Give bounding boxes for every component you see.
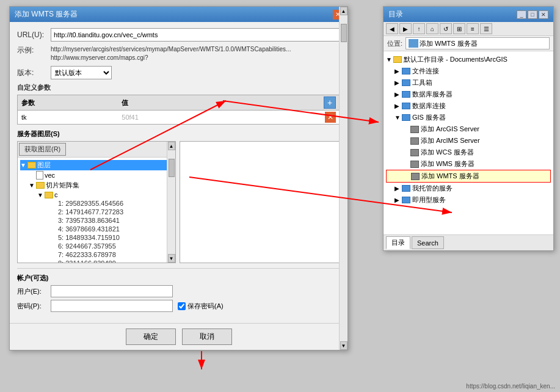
right-panel-scrollbar[interactable]: ▲ ▼ bbox=[339, 141, 340, 263]
url-input[interactable] bbox=[51, 28, 340, 42]
pwd-label: 密码(P): bbox=[17, 302, 51, 311]
dialog-title: 添加 WMTS 服务器 bbox=[15, 9, 78, 20]
catalog-tree-item[interactable]: 添加 ArcGIS Server bbox=[386, 123, 551, 135]
catalog-item-label: 数据库服务器 bbox=[412, 90, 453, 99]
nav-up-btn[interactable]: ↑ bbox=[413, 23, 425, 34]
tree-scale-item[interactable]: 1: 295829355.454566 bbox=[46, 199, 173, 208]
confirm-button[interactable]: 确定 bbox=[126, 328, 176, 345]
add-param-button[interactable]: + bbox=[324, 96, 336, 109]
save-pwd-label[interactable]: 保存密码(A) bbox=[178, 302, 224, 311]
folder-blue-icon bbox=[402, 185, 410, 192]
server-icon bbox=[410, 149, 419, 156]
catalog-tree-item[interactable]: ▶数据库服务器 bbox=[386, 89, 551, 100]
nav-forward-btn[interactable]: ▶ bbox=[399, 23, 412, 34]
folder-blue-icon bbox=[402, 114, 410, 121]
nav-back-btn[interactable]: ◀ bbox=[386, 23, 398, 34]
tree-scale-item[interactable]: 3: 73957338.863641 bbox=[46, 216, 173, 225]
tree-scale-item[interactable]: 8: 2311166.839489 bbox=[46, 259, 173, 263]
custom-params-title: 自定义参数 bbox=[17, 83, 340, 92]
nav-options-btn[interactable]: ≡ bbox=[467, 23, 479, 34]
url-label: URL(U): bbox=[17, 31, 51, 39]
catalog-tree-item[interactable]: 添加 WCS 服务器 bbox=[386, 147, 551, 158]
pwd-input[interactable] bbox=[51, 300, 173, 312]
catalog-title-buttons: _ □ ✕ bbox=[517, 10, 548, 19]
location-row: 位置: 添加 WMTS 服务器 bbox=[384, 36, 553, 51]
tree-node-vec[interactable]: vec bbox=[29, 170, 173, 180]
catalog-item-label: 默认工作目录 - Documents\ArcGIS bbox=[404, 55, 507, 64]
catalog-item-label: 即用型服务 bbox=[412, 195, 446, 205]
tree-scale-item[interactable]: 2: 147914677.727283 bbox=[46, 208, 173, 216]
catalog-title-bar: 目录 _ □ ✕ bbox=[384, 7, 553, 22]
catalog-item-label: 添加 ArcGIS Server bbox=[421, 125, 479, 134]
param-row: tk 50f41 ✕ bbox=[18, 111, 340, 124]
account-title: 帐户(可选) bbox=[17, 274, 340, 283]
scroll-up-arrow[interactable]: ▲ bbox=[168, 142, 175, 150]
catalog-item-label: 添加 WMTS 服务器 bbox=[421, 172, 479, 181]
example-text: http://myserver/arcgis/rest/services/mym… bbox=[51, 45, 340, 62]
tree-node-root[interactable]: ▼ 图层 bbox=[20, 160, 173, 170]
nav-search-btn[interactable]: ⊞ bbox=[453, 23, 465, 34]
catalog-tree-item[interactable]: ▶工具箱 bbox=[386, 77, 551, 89]
server-icon bbox=[410, 126, 419, 133]
tree-label-vec: vec bbox=[45, 172, 55, 179]
scroll-thumb[interactable] bbox=[169, 159, 175, 177]
tree-children-tilematrix: ▼ c 1: 295829355.4545662: 147914677.7272… bbox=[29, 191, 173, 263]
location-value: 添加 WMTS 服务器 bbox=[405, 37, 550, 49]
fetch-layers-button[interactable]: 获取图层(R) bbox=[19, 143, 66, 156]
folder-blue-icon bbox=[402, 91, 410, 98]
cancel-button[interactable]: 取消 bbox=[182, 328, 232, 345]
layers-left-panel: 获取图层(R) ▼ 图层 vec bbox=[17, 141, 176, 263]
tree-node-tilematrix[interactable]: ▼ 切片矩阵集 bbox=[29, 180, 173, 191]
catalog-maximize-btn[interactable]: □ bbox=[528, 10, 537, 19]
delete-param-button[interactable]: ✕ bbox=[325, 112, 336, 123]
catalog-minimize-btn[interactable]: _ bbox=[517, 10, 526, 19]
catalog-item-label: GIS 服务器 bbox=[412, 113, 446, 122]
catalog-tree-item[interactable]: ▼默认工作目录 - Documents\ArcGIS bbox=[386, 54, 551, 65]
version-select[interactable]: 默认版本 bbox=[51, 66, 112, 79]
catalog-tree-item[interactable]: ▼GIS 服务器 bbox=[386, 112, 551, 123]
tab-search[interactable]: Search bbox=[412, 236, 444, 249]
catalog-tree-item[interactable]: ▶数据库连接 bbox=[386, 100, 551, 112]
layers-section-title: 服务器图层(S) bbox=[17, 129, 340, 139]
nav-home-btn[interactable]: ⌂ bbox=[426, 23, 438, 34]
wmts-dialog: 添加 WMTS 服务器 ✕ URL(U): 示例: http://myserve… bbox=[9, 6, 348, 350]
tab-catalog[interactable]: 目录 bbox=[386, 236, 410, 249]
catalog-close-btn[interactable]: ✕ bbox=[539, 10, 548, 19]
tree-scale-item[interactable]: 4: 36978669.431821 bbox=[46, 225, 173, 233]
watermark: https://blog.csdn.net/liqian_ken... bbox=[466, 383, 555, 390]
scroll-down-arrow[interactable]: ▼ bbox=[168, 254, 175, 263]
params-section: 参数 值 + tk 50f41 ✕ bbox=[17, 95, 340, 125]
tree-node-c[interactable]: ▼ c bbox=[37, 191, 173, 199]
tree-scale-item[interactable]: 7: 4622333.678978 bbox=[46, 250, 173, 259]
folder-icon-root bbox=[27, 162, 36, 169]
save-pwd-checkbox[interactable] bbox=[178, 302, 186, 310]
catalog-tree-item[interactable]: 添加 WMS 服务器 bbox=[386, 158, 551, 170]
vertical-scrollbar[interactable]: ▲ ▼ bbox=[167, 142, 175, 263]
user-input[interactable] bbox=[51, 285, 173, 297]
catalog-tree-item[interactable]: 添加 WMTS 服务器 bbox=[386, 170, 551, 183]
catalog-title: 目录 bbox=[388, 9, 403, 20]
catalog-item-label: 添加 WCS 服务器 bbox=[421, 148, 474, 157]
layers-right-panel: ▲ ▼ bbox=[180, 141, 340, 263]
folder-blue-icon bbox=[402, 197, 410, 203]
catalog-tree-item[interactable]: 添加 ArcIMS Server bbox=[386, 135, 551, 147]
nav-refresh-btn[interactable]: ↺ bbox=[440, 23, 452, 34]
folder-icon-tilematrix bbox=[36, 182, 45, 189]
catalog-tree-item[interactable]: ▶文件连接 bbox=[386, 65, 551, 77]
url-row: URL(U): bbox=[17, 28, 340, 42]
example-row: 示例: http://myserver/arcgis/rest/services… bbox=[17, 45, 340, 62]
folder-icon-c bbox=[45, 192, 53, 198]
doc-icon-vec bbox=[36, 171, 43, 180]
catalog-item-label: 添加 ArcIMS Server bbox=[421, 136, 480, 145]
layers-tree: ▼ 图层 vec ▼ 切片矩阵集 bbox=[18, 158, 175, 263]
server-icon bbox=[411, 173, 420, 180]
example-label: 示例: bbox=[17, 45, 51, 56]
tree-scale-item[interactable]: 5: 18489334.715910 bbox=[46, 233, 173, 242]
catalog-tree-item[interactable]: ▶我托管的服务 bbox=[386, 183, 551, 194]
tree-scale-item[interactable]: 6: 9244667.357955 bbox=[46, 242, 173, 250]
param-value: 50f41 bbox=[122, 114, 322, 121]
nav-view-btn[interactable]: ☰ bbox=[480, 23, 492, 34]
catalog-item-label: 数据库连接 bbox=[412, 101, 446, 111]
catalog-tree-item[interactable]: ▶即用型服务 bbox=[386, 194, 551, 206]
catalog-nav: ◀ ▶ ↑ ⌂ ↺ ⊞ ≡ ☰ bbox=[384, 22, 553, 36]
